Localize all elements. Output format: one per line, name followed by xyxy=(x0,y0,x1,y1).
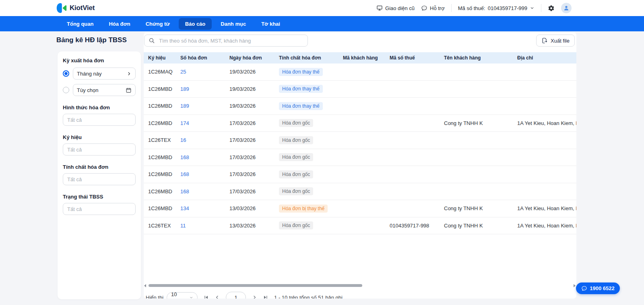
main-nav: Tổng quanHóa đơnChứng từBáo cáoDanh mụcT… xyxy=(0,16,644,31)
table-row[interactable]: 1C26MAQ2519/03/2026Hóa đơn thay thế xyxy=(144,63,576,81)
invoice-number-link[interactable]: 25 xyxy=(176,69,225,75)
scroll-left-arrow-icon[interactable] xyxy=(144,284,146,287)
period-option-this-month[interactable]: Tháng này xyxy=(73,68,136,80)
cell-ky-hieu: 1C26TEX xyxy=(144,137,176,143)
table-row[interactable]: 1C26MBD16817/03/2026Hóa đơn gốc xyxy=(144,183,576,201)
chevron-right-icon xyxy=(126,71,132,76)
search-input[interactable] xyxy=(144,35,308,47)
nav-tab-bao-cao[interactable]: Báo cáo xyxy=(179,18,212,30)
user-avatar[interactable] xyxy=(561,3,572,13)
kiotviet-logo-icon xyxy=(56,3,67,13)
cell-invoice-nature: Hóa đơn gốc xyxy=(275,221,339,229)
page-size-select[interactable]: 10 dòng xyxy=(167,292,198,299)
scroll-right-arrow-icon[interactable] xyxy=(574,284,576,287)
cell-address: 1A Yet Kieu, Hoan Kiem, Ha No xyxy=(513,223,576,229)
cell-customer-name: Cong ty TNHH K xyxy=(440,120,513,126)
hotline-chat-button[interactable]: 1900 6522 xyxy=(576,282,620,294)
nav-tab-danh-muc[interactable]: Danh mục xyxy=(214,18,252,30)
cell-invoice-date: 13/03/2026 xyxy=(225,205,275,211)
table-header-row: Ký hiệuSố hóa đơnNgày hóa đơnTính chất h… xyxy=(144,52,576,63)
column-header-5: Mã số thuế xyxy=(385,55,440,61)
invoice-number-link[interactable]: 16 xyxy=(176,137,225,143)
prev-page-button[interactable] xyxy=(215,295,220,299)
scrollbar-thumb[interactable] xyxy=(149,284,362,287)
last-page-button[interactable] xyxy=(263,295,268,299)
status-badge: Hóa đơn gốc xyxy=(279,187,313,195)
nav-tab-tong-quan[interactable]: Tổng quan xyxy=(60,18,100,30)
status-badge: Hóa đơn gốc xyxy=(279,153,313,161)
period-option-custom[interactable]: Tùy chọn xyxy=(73,84,136,96)
filter-group-hinh-thuc-hoa-don: Hình thức hóa đơn xyxy=(63,104,136,126)
status-badge: Hóa đơn gốc xyxy=(279,119,313,127)
horizontal-scrollbar[interactable] xyxy=(144,284,576,287)
export-file-button[interactable]: Xuất file xyxy=(536,35,575,47)
cell-ky-hieu: 1C26MBD xyxy=(144,205,176,211)
cell-invoice-date: 17/03/2026 xyxy=(225,137,275,143)
filter-select-ky-hieu[interactable] xyxy=(63,143,136,156)
support-button[interactable]: Hỗ trợ xyxy=(421,5,445,11)
old-ui-label: Giao diện cũ xyxy=(385,5,415,11)
chevron-right-icon xyxy=(252,295,257,299)
period-radio-0[interactable] xyxy=(63,70,69,77)
filter-panel: Kỳ xuất hóa đơn Tháng này Tùy chọn Hình … xyxy=(58,51,141,299)
cell-invoice-date: 17/03/2026 xyxy=(225,188,275,194)
chevron-down-icon xyxy=(530,6,535,10)
nav-tab-to-khai[interactable]: Tờ khai xyxy=(255,18,287,30)
filter-select-trang-thai-tbss[interactable] xyxy=(63,203,136,215)
table-row[interactable]: 1C26MBD13413/03/2026Hóa đơn bị thay thếC… xyxy=(144,200,576,217)
nav-tab-chung-tu[interactable]: Chứng từ xyxy=(139,18,176,30)
invoice-number-link[interactable]: 168 xyxy=(176,171,225,177)
table-row[interactable]: 1C26TEX1113/03/2026Hóa đơn gốc0104359717… xyxy=(144,217,576,235)
invoice-number-link[interactable]: 134 xyxy=(176,205,225,211)
period-option-label: Tùy chọn xyxy=(77,87,98,93)
cell-invoice-nature: Hóa đơn gốc xyxy=(275,153,339,161)
invoice-number-link[interactable]: 189 xyxy=(176,86,225,92)
tax-code-label: Mã số thuế: xyxy=(458,5,485,11)
cell-invoice-nature: Hóa đơn gốc xyxy=(275,170,339,178)
column-header-2: Ngày hóa đơn xyxy=(225,55,275,61)
invoice-number-link[interactable]: 174 xyxy=(176,120,225,126)
filter-select-tinh-chat-hoa-don[interactable] xyxy=(63,173,136,185)
pagination-bar: Hiển thị 10 dòng 1 - 10 trên tổng số 51 … xyxy=(144,291,576,299)
page-number-input[interactable] xyxy=(226,292,246,299)
first-page-button[interactable] xyxy=(203,295,209,299)
page-title: Bảng kê HĐ lập TBSS xyxy=(56,36,127,44)
tax-code-value: 0104359717-999 xyxy=(488,5,527,11)
table-row[interactable]: 1C26MBD16817/03/2026Hóa đơn gốc xyxy=(144,166,576,183)
status-badge: Hóa đơn gốc xyxy=(279,170,313,178)
export-file-icon xyxy=(541,37,548,44)
chat-bubble-icon xyxy=(581,285,587,291)
filter-group-tinh-chat-hoa-don: Tính chất hóa đơn xyxy=(63,164,136,185)
settings-gear-icon[interactable] xyxy=(548,5,555,12)
invoice-number-link[interactable]: 168 xyxy=(176,154,225,160)
table-row[interactable]: 1C26MBD16817/03/2026Hóa đơn gốc xyxy=(144,149,576,166)
nav-tab-hoa-don[interactable]: Hóa đơn xyxy=(102,18,136,30)
table-row[interactable]: 1C26MBD18919/03/2026Hóa đơn thay thế xyxy=(144,81,576,98)
search-bar xyxy=(144,35,308,47)
invoice-number-link[interactable]: 189 xyxy=(176,103,225,109)
cell-invoice-date: 19/03/2026 xyxy=(225,86,275,92)
invoice-number-link[interactable]: 168 xyxy=(176,188,225,194)
support-chat-icon xyxy=(421,5,427,11)
table-row[interactable]: 1C26MBD17417/03/2026Hóa đơn gốcCong ty T… xyxy=(144,115,576,132)
tax-code-selector[interactable]: Mã số thuế: 0104359717-999 xyxy=(458,5,535,11)
show-label: Hiển thị xyxy=(146,295,163,299)
cell-invoice-date: 19/03/2026 xyxy=(225,103,275,109)
cell-ky-hieu: 1C26MBD xyxy=(144,86,176,92)
first-page-icon xyxy=(203,295,209,299)
support-label: Hỗ trợ xyxy=(430,5,445,11)
table-row[interactable]: 1C26TEX1617/03/2026Hóa đơn gốc xyxy=(144,132,576,149)
invoice-number-link[interactable]: 11 xyxy=(176,223,225,229)
table-row[interactable]: 1C26MBD18919/03/2026Hóa đơn thay thế xyxy=(144,98,576,115)
next-page-button[interactable] xyxy=(252,295,257,299)
status-badge: Hóa đơn bị thay thế xyxy=(279,205,328,213)
old-ui-button[interactable]: Giao diện cũ xyxy=(376,5,415,11)
cell-invoice-nature: Hóa đơn gốc xyxy=(275,187,339,195)
period-radio-1[interactable] xyxy=(63,87,69,93)
hotline-number: 1900 6522 xyxy=(590,285,615,291)
divider xyxy=(451,4,452,12)
filter-select-hinh-thuc-hoa-don[interactable] xyxy=(63,114,136,126)
column-header-6: Tên khách hàng xyxy=(440,55,513,61)
cell-invoice-nature: Hóa đơn bị thay thế xyxy=(275,205,339,213)
brand-logo[interactable]: KiotViet xyxy=(56,3,95,13)
